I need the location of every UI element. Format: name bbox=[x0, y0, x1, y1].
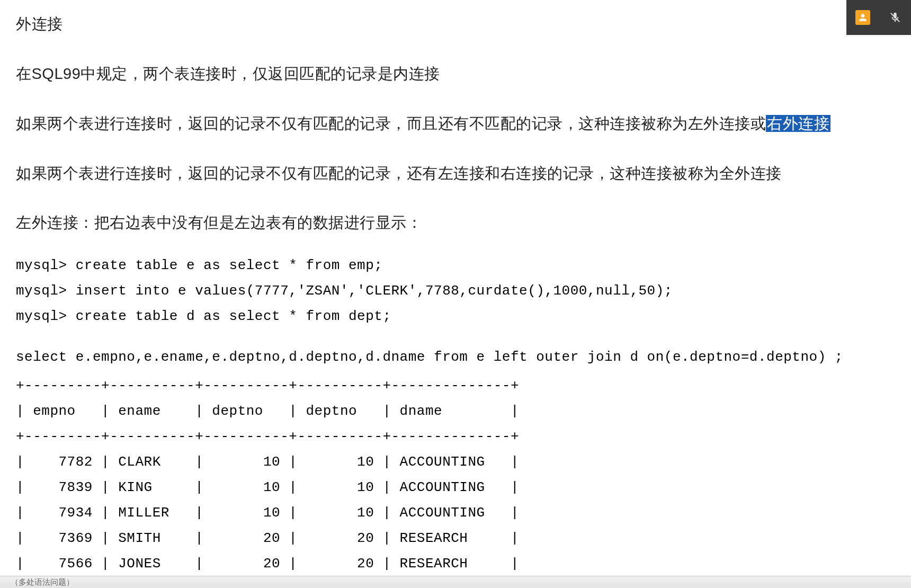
paragraph-inner-join: 在SQL99中规定，两个表连接时，仅返回匹配的记录是内连接 bbox=[16, 61, 895, 87]
document-body: 外连接 在SQL99中规定，两个表连接时，仅返回匹配的记录是内连接 如果两个表进… bbox=[0, 0, 911, 576]
paragraph-left-right-outer: 如果两个表进行连接时，返回的记录不仅有匹配的记录，而且还有不匹配的记录，这种连接… bbox=[16, 111, 895, 137]
text-before-highlight: 如果两个表进行连接时，返回的记录不仅有匹配的记录，而且还有不匹配的记录，这种连接… bbox=[16, 115, 766, 132]
select-query: select e.empno,e.ename,e.deptno,d.deptno… bbox=[16, 344, 895, 370]
heading: 外连接 bbox=[16, 12, 895, 37]
paragraph-left-outer-def: 左外连接：把右边表中没有但是左边表有的数据进行显示： bbox=[16, 210, 895, 236]
status-bar-text: （多处语法问题） bbox=[11, 577, 74, 587]
highlight-right-outer-join: 右外连接 bbox=[766, 115, 830, 132]
status-bar: （多处语法问题） bbox=[0, 576, 911, 588]
participant-overlay bbox=[846, 0, 911, 35]
mysql-commands: mysql> create table e as select * from e… bbox=[16, 253, 895, 329]
paragraph-full-outer: 如果两个表进行连接时，返回的记录不仅有匹配的记录，还有左连接和右连接的记录，这种… bbox=[16, 161, 895, 186]
result-table: +---------+----------+----------+-------… bbox=[16, 373, 895, 577]
person-icon bbox=[855, 10, 870, 25]
mic-muted-icon bbox=[888, 10, 903, 25]
